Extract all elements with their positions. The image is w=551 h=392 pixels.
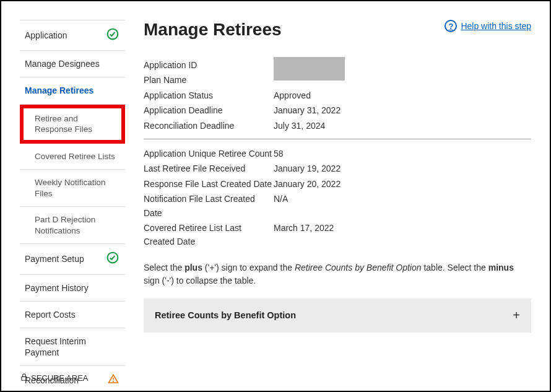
recon-label: Reconciliation Deadline [144, 119, 274, 133]
sidebar-item-label: Manage Retirees [25, 85, 93, 96]
application-details-section: Application ID Plan Name Application Sta… [144, 58, 531, 139]
sidebar-item-manage-designees[interactable]: Manage Designees [20, 51, 125, 77]
accordion-retiree-counts[interactable]: Retiree Counts by Benefit Option + [144, 298, 531, 333]
accordion-title: Retiree Counts by Benefit Option [155, 310, 296, 320]
redacted-block [274, 57, 345, 81]
sidebar-item-label: Part D Rejection Notifications [35, 214, 119, 236]
deadline-value: January 31, 2022 [274, 103, 531, 117]
sidebar-item-payment-setup[interactable]: Payment Setup [20, 244, 125, 274]
sidebar-item-label: Report Costs [25, 309, 76, 320]
sidebar-item-weekly-notification-files[interactable]: Weekly Notification Files [20, 170, 125, 207]
check-icon [106, 251, 119, 266]
last-file-value: January 19, 2022 [274, 162, 531, 175]
sidebar-item-label: Application [25, 30, 67, 41]
sidebar-item-label: Request Interim Payment [25, 336, 119, 358]
sidebar-item-manage-retirees[interactable]: Manage Retirees [20, 77, 125, 104]
status-value: Approved [274, 89, 531, 102]
sidebar-item-label: Weekly Notification Files [35, 177, 119, 199]
sidebar-nav: Application Manage Designees Manage Reti… [20, 20, 125, 392]
notif-label: Notification File Last Created Date [144, 192, 274, 220]
secure-label: SECURE AREA [31, 373, 88, 383]
plus-icon: + [513, 308, 520, 323]
sidebar-item-label: Payment History [25, 282, 89, 294]
sidebar-item-retiree-response-files[interactable]: Retiree and Response Files [20, 105, 125, 144]
svg-point-3 [113, 381, 114, 382]
count-label: Application Unique Retiree Count [144, 147, 274, 160]
instruction-text: Select the plus ('+') sign to expand the… [144, 261, 531, 287]
sidebar-item-label: Covered Retiree Lists [35, 151, 115, 162]
main-content: Manage Retirees ? Help with this step Ap… [137, 20, 531, 392]
sidebar-item-report-costs[interactable]: Report Costs [20, 302, 125, 328]
retiree-details-section: Application Unique Retiree Count 58 Last… [144, 147, 531, 249]
status-label: Application Status [144, 89, 274, 102]
lock-icon [20, 373, 28, 383]
sidebar-item-label: Manage Designees [25, 58, 100, 69]
sidebar-item-label: Retiree and Response Files [35, 113, 115, 135]
last-file-label: Last Retiree File Received [144, 162, 274, 175]
sidebar-item-label: Payment Setup [25, 253, 84, 264]
app-id-label: Application ID [144, 58, 274, 72]
plan-name-label: Plan Name [144, 73, 274, 87]
sidebar-item-payment-history[interactable]: Payment History [20, 275, 125, 302]
covered-value: March 17, 2022 [274, 221, 531, 249]
page-title: Manage Retirees [144, 20, 282, 40]
sidebar-item-covered-retiree-lists[interactable]: Covered Retiree Lists [20, 144, 125, 170]
recon-value: July 31, 2024 [274, 119, 531, 133]
svg-rect-4 [22, 377, 27, 380]
warning-icon [108, 373, 119, 387]
sidebar-item-application[interactable]: Application [20, 20, 125, 51]
footer-secure-area: SECURE AREA [20, 373, 88, 383]
check-icon [106, 28, 119, 43]
help-link-label: Help with this step [461, 21, 531, 31]
help-icon: ? [445, 20, 457, 32]
covered-label: Covered Retiree List Last Created Date [144, 221, 274, 249]
deadline-label: Application Deadline [144, 103, 274, 117]
sidebar-item-part-d-rejection[interactable]: Part D Rejection Notifications [20, 207, 125, 244]
count-value: 58 [274, 147, 531, 160]
sidebar-item-request-interim-payment[interactable]: Request Interim Payment [20, 328, 125, 366]
resp-value: January 20, 2022 [274, 177, 531, 191]
resp-label: Response File Last Created Date [144, 177, 274, 191]
help-link[interactable]: ? Help with this step [445, 20, 531, 32]
notif-value: N/A [274, 192, 531, 220]
